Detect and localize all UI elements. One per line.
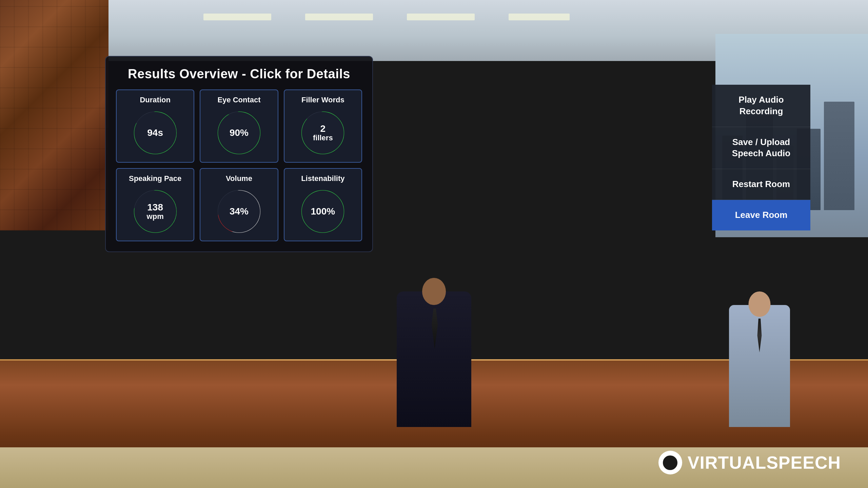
ceiling-light-1: [203, 14, 271, 20]
side-buttons-panel: Play Audio Recording Save / Upload Speec…: [712, 85, 810, 230]
metric-label-eye-contact: Eye Contact: [217, 96, 260, 104]
metric-value-volume: 34%: [230, 206, 249, 217]
play-audio-button[interactable]: Play Audio Recording: [712, 85, 810, 127]
metric-value-duration: 94s: [147, 128, 163, 138]
metric-value-pace2: wpm: [147, 212, 164, 221]
circle-volume: 34%: [215, 188, 263, 235]
vs-logo-icon: [658, 451, 682, 474]
metric-value-filler2: fillers: [313, 134, 333, 142]
metric-card-filler-words[interactable]: Filler Words 2 fillers: [284, 89, 362, 163]
metric-value-eye-contact: 90%: [230, 128, 249, 138]
metrics-grid: Duration 94s Eye Contact: [116, 89, 362, 241]
leave-room-button[interactable]: Leave Room: [712, 200, 810, 230]
metric-label-volume: Volume: [226, 174, 252, 183]
circle-filler-words: 2 fillers: [299, 109, 347, 157]
metric-value-pace1: 138: [147, 202, 163, 213]
results-panel: Results Overview - Click for Details Dur…: [105, 56, 373, 252]
panel-title: Results Overview - Click for Details: [116, 67, 362, 81]
save-upload-button[interactable]: Save / Upload Speech Audio: [712, 127, 810, 169]
wood-wall-left: [0, 0, 108, 230]
metric-value-filler1: 2: [320, 124, 326, 134]
circle-speaking-pace: 138 wpm: [132, 188, 179, 235]
circle-listenability: 100%: [299, 188, 347, 235]
virtualspeech-logo: VIRTUALSPEECH: [658, 451, 841, 474]
vs-logo-text: VIRTUALSPEECH: [688, 452, 841, 473]
metric-card-volume[interactable]: Volume 34%: [200, 168, 278, 241]
restart-room-button[interactable]: Restart Room: [712, 169, 810, 200]
center-figure: [387, 271, 481, 427]
right-figure: [726, 285, 793, 427]
ceiling-light-2: [305, 14, 373, 20]
ceiling-light-4: [509, 14, 570, 20]
metric-card-listenability[interactable]: Listenability 100%: [284, 168, 362, 241]
metric-value-listenability: 100%: [311, 206, 335, 217]
metric-label-speaking-pace: Speaking Pace: [129, 174, 181, 183]
circle-eye-contact: 90%: [215, 109, 263, 157]
metric-card-speaking-pace[interactable]: Speaking Pace 138 wpm: [116, 168, 194, 241]
ceiling-light-3: [407, 14, 475, 20]
metric-card-eye-contact[interactable]: Eye Contact 90%: [200, 89, 278, 163]
metric-label-filler-words: Filler Words: [301, 96, 344, 104]
circle-duration: 94s: [132, 109, 179, 157]
metric-label-duration: Duration: [140, 96, 170, 104]
metric-card-duration[interactable]: Duration 94s: [116, 89, 194, 163]
metric-label-listenability: Listenability: [301, 174, 344, 183]
